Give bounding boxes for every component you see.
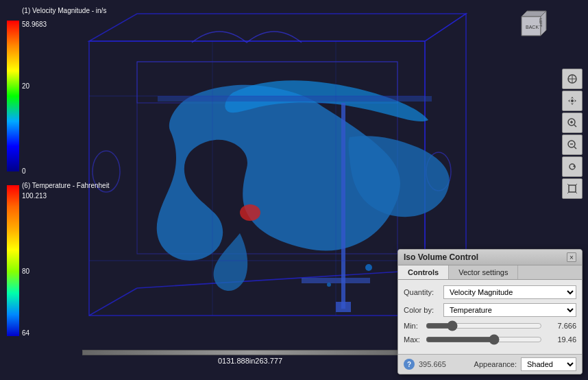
min-slider-row: Min: 7.666 <box>404 321 576 331</box>
svg-line-36 <box>574 147 576 149</box>
colorby-label: Color by: <box>404 306 443 314</box>
iso-volume-panel: Iso Volume Control × Controls Vector set… <box>397 249 583 375</box>
min-slider[interactable] <box>426 321 542 331</box>
temperature-mid-value: 80 <box>22 268 29 275</box>
close-button[interactable]: × <box>567 252 576 262</box>
help-button[interactable]: ? <box>404 359 415 370</box>
scale-label-mid: 131.888 <box>222 357 249 365</box>
velocity-colorbar <box>7 21 19 171</box>
panel-title: Iso Volume Control <box>404 252 478 262</box>
svg-point-14 <box>365 264 372 271</box>
tab-vector-settings[interactable]: Vector settings <box>449 265 518 279</box>
right-toolbar <box>562 69 583 199</box>
max-label: Max: <box>404 335 423 344</box>
panel-bottom-bar: ? 395.665 Appearance: Shaded Wireframe S… <box>398 354 582 374</box>
velocity-max-value: 58.9683 <box>22 21 47 28</box>
svg-line-33 <box>574 125 576 127</box>
tab-controls[interactable]: Controls <box>398 265 449 279</box>
temperature-min-value: 64 <box>22 329 29 337</box>
appearance-select[interactable]: Shaded Wireframe Solid <box>521 357 576 371</box>
scale-bar: 0 131.888 in 263.777 <box>82 350 418 365</box>
svg-point-29 <box>571 99 574 102</box>
temperature-colorbar-label: (6) Temperature - Fahrenheit <box>22 182 110 189</box>
panel-content: Quantity: Velocity Magnitude Temperature… <box>398 280 582 354</box>
velocity-colorbar-label: (1) Velocity Magnitude - in/s <box>22 7 106 14</box>
panel-tabs: Controls Vector settings <box>398 265 582 280</box>
max-value: 19.46 <box>545 335 576 344</box>
coordinates-display: 395.665 <box>419 360 446 368</box>
quantity-label: Quantity: <box>404 288 443 296</box>
svg-point-15 <box>327 283 331 287</box>
velocity-mid-value: 20 <box>22 82 29 90</box>
svg-text:BACK: BACK <box>526 25 539 29</box>
scale-label-unit: in <box>249 357 256 365</box>
svg-rect-16 <box>158 96 432 102</box>
appearance-label: Appearance: <box>474 360 517 368</box>
min-value: 7.666 <box>545 322 576 330</box>
colorby-select[interactable]: Temperature Velocity Magnitude Pressure <box>443 303 576 317</box>
navigation-cube[interactable]: BACK LEFT <box>512 7 550 45</box>
zoom-in-button[interactable] <box>562 112 583 133</box>
pan-button[interactable] <box>562 91 583 111</box>
temperature-colorbar <box>7 185 19 336</box>
zoom-fit-button[interactable] <box>562 69 583 89</box>
max-slider-row: Max: 19.46 <box>404 335 576 344</box>
fit-all-button[interactable] <box>562 178 583 199</box>
quantity-row: Quantity: Velocity Magnitude Temperature… <box>404 285 576 299</box>
panel-title-bar: Iso Volume Control × <box>398 250 582 265</box>
svg-text:LEFT: LEFT <box>539 19 543 27</box>
temperature-max-value: 100.213 <box>22 192 47 200</box>
rotate-button[interactable] <box>562 156 583 177</box>
quantity-select[interactable]: Velocity Magnitude Temperature Pressure <box>443 285 576 299</box>
zoom-out-button[interactable] <box>562 134 583 155</box>
velocity-min-value: 0 <box>22 167 26 175</box>
svg-rect-38 <box>569 185 576 192</box>
viewport: (1) Velocity Magnitude - in/s 58.9683 20… <box>0 0 588 380</box>
max-slider[interactable] <box>426 335 542 344</box>
min-label: Min: <box>404 322 423 330</box>
svg-point-10 <box>240 204 260 221</box>
svg-rect-12 <box>336 302 351 312</box>
scale-label-max: 263.777 <box>255 357 282 365</box>
colorby-row: Color by: Temperature Velocity Magnitude… <box>404 303 576 317</box>
